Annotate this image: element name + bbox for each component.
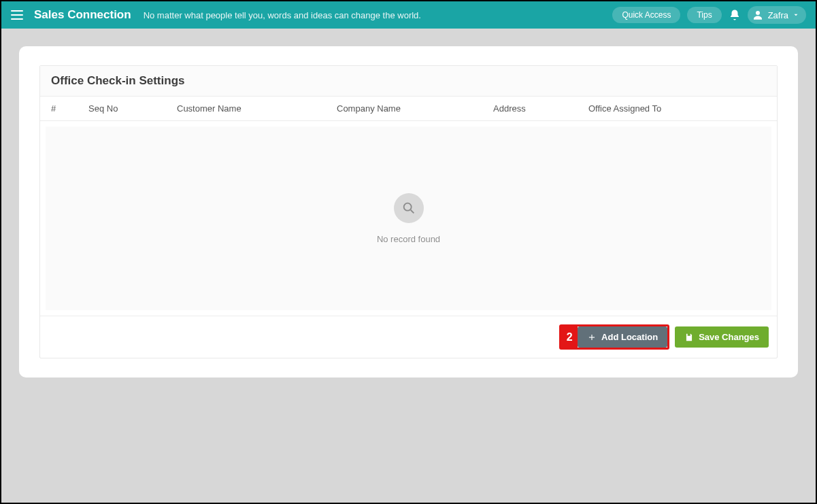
- bell-icon[interactable]: [729, 9, 741, 21]
- chevron-down-icon: [793, 12, 799, 18]
- svg-point-1: [403, 203, 411, 210]
- settings-panel: Office Check-in Settings # Seq No Custom…: [39, 65, 778, 358]
- panel-title: Office Check-in Settings: [51, 74, 766, 88]
- col-seq: Seq No: [88, 103, 177, 114]
- user-name: Zafra: [768, 10, 788, 20]
- menu-icon[interactable]: [11, 10, 23, 20]
- save-changes-button[interactable]: Save Changes: [675, 326, 769, 348]
- svg-point-0: [756, 11, 760, 15]
- avatar-icon: [752, 9, 764, 21]
- top-bar: Sales Connection No matter what people t…: [1, 1, 816, 29]
- col-assigned: Office Assigned To: [588, 103, 766, 114]
- main-card: Office Check-in Settings # Seq No Custom…: [19, 46, 798, 377]
- empty-search-icon: [394, 193, 424, 223]
- tips-button[interactable]: Tips: [687, 7, 721, 23]
- page-body: Office Check-in Settings # Seq No Custom…: [1, 29, 816, 395]
- step-callout: 2 Add Location: [559, 324, 669, 350]
- panel-footer: 2 Add Location Save Changes: [40, 316, 777, 358]
- empty-state: No record found: [46, 127, 771, 310]
- save-icon: [684, 333, 694, 342]
- plus-icon: [587, 333, 597, 342]
- col-address: Address: [493, 103, 588, 114]
- save-changes-label: Save Changes: [699, 332, 759, 342]
- add-location-label: Add Location: [601, 332, 658, 342]
- step-number: 2: [561, 326, 578, 348]
- user-menu[interactable]: Zafra: [748, 6, 806, 24]
- top-actions: Quick Access Tips Zafra: [612, 6, 806, 24]
- empty-text: No record found: [377, 234, 440, 244]
- quick-access-button[interactable]: Quick Access: [612, 7, 680, 23]
- table-header-row: # Seq No Customer Name Company Name Addr…: [40, 97, 777, 121]
- panel-header: Office Check-in Settings: [40, 66, 777, 97]
- svg-line-2: [410, 209, 414, 213]
- app-tagline: No matter what people tell you, words an…: [144, 10, 613, 20]
- col-index: #: [51, 103, 88, 114]
- add-location-button[interactable]: Add Location: [578, 326, 667, 348]
- app-brand: Sales Connection: [34, 8, 131, 22]
- col-customer: Customer Name: [177, 103, 337, 114]
- col-company: Company Name: [337, 103, 493, 114]
